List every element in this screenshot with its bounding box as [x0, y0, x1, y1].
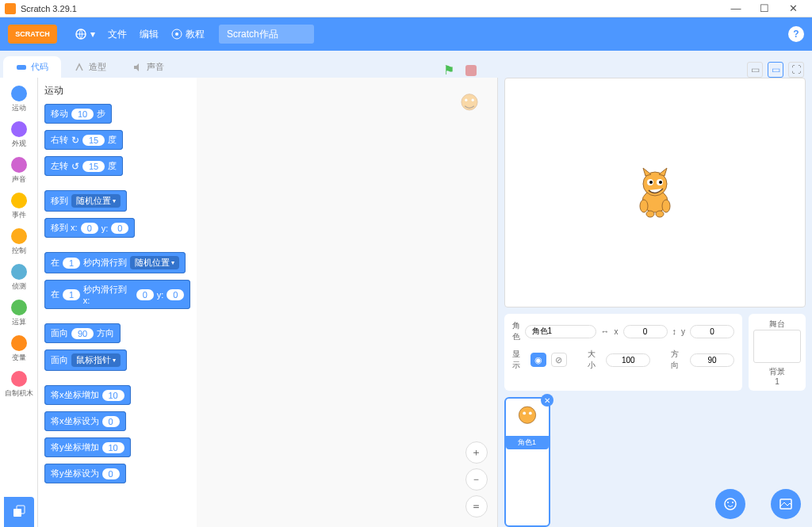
workspace-sprite-thumb	[453, 89, 486, 122]
svg-rect-4	[13, 509, 21, 517]
cat-control[interactable]: 控制	[0, 225, 37, 259]
app-icon	[5, 3, 16, 14]
stage-large-button[interactable]: ▭	[768, 62, 783, 78]
sprite-y-input[interactable]	[690, 325, 734, 338]
add-backdrop-button[interactable]	[771, 489, 801, 519]
main-area: 运动 外观 声音 事件 控制 侦测 运算 变量 自制积木 运动 移动10步 右转…	[0, 78, 812, 527]
block-palette: 运动 移动10步 右转↻15度 左转↺15度 移到随机位置 移到 x:0y:0 …	[38, 78, 197, 527]
block-point-to[interactable]: 面向鼠标指针	[44, 349, 127, 371]
svg-point-21	[528, 412, 531, 415]
cat-myblocks[interactable]: 自制积木	[0, 368, 37, 402]
svg-point-22	[725, 498, 736, 510]
block-set-x[interactable]: 将x坐标设为0	[44, 411, 126, 431]
sprite-list: ✕ 角色1	[498, 397, 813, 527]
svg-point-24	[732, 502, 733, 503]
sprite-info-panel: 角色 ↔x ↕y 显示 ◉ ⊘ 大小 方向	[504, 314, 743, 391]
block-change-x[interactable]: 将x坐标增加10	[44, 385, 131, 405]
tab-sounds[interactable]: 声音	[119, 56, 177, 78]
window-titlebar: Scratch 3.29.1 — ☐ ✕	[0, 0, 812, 17]
menu-bar: SCRATCH ▾ 文件 编辑 教程 ?	[0, 17, 812, 51]
svg-point-18	[656, 211, 664, 217]
block-set-y[interactable]: 将y坐标设为0	[44, 464, 126, 483]
stop-icon[interactable]	[465, 65, 477, 76]
tutorials-menu[interactable]: 教程	[171, 28, 205, 41]
delete-sprite-icon[interactable]: ✕	[541, 394, 553, 407]
language-menu[interactable]: ▾	[75, 28, 95, 40]
zoom-out-button[interactable]: －	[465, 468, 488, 491]
file-menu[interactable]: 文件	[108, 28, 127, 41]
cat-events[interactable]: 事件	[0, 189, 37, 223]
block-turn-left[interactable]: 左转↺15度	[44, 156, 123, 176]
svg-point-8	[471, 99, 473, 101]
block-goto[interactable]: 移到随机位置	[44, 190, 127, 212]
block-categories: 运动 外观 声音 事件 控制 侦测 运算 变量 自制积木	[0, 78, 38, 527]
scratch-logo[interactable]: SCRATCH	[8, 25, 57, 44]
block-turn-right[interactable]: 右转↻15度	[44, 130, 123, 150]
svg-point-15	[640, 200, 648, 212]
editor-tabs: 代码 造型 声音 ⚑ ▭ ▭ ⛶	[0, 51, 812, 78]
svg-point-20	[523, 412, 526, 415]
tab-costumes[interactable]: 造型	[61, 56, 119, 78]
cat-looks[interactable]: 外观	[0, 118, 37, 152]
svg-point-23	[727, 502, 729, 503]
svg-point-17	[646, 211, 654, 217]
minimize-button[interactable]: —	[722, 1, 750, 17]
close-button[interactable]: ✕	[779, 1, 807, 17]
cat-motion[interactable]: 运动	[0, 82, 37, 116]
edit-menu[interactable]: 编辑	[140, 28, 159, 41]
svg-point-12	[649, 181, 653, 184]
svg-point-14	[659, 181, 662, 184]
cat-sensing[interactable]: 侦测	[0, 261, 37, 295]
sprite-x-input[interactable]	[623, 325, 668, 338]
svg-point-7	[465, 99, 467, 101]
maximize-button[interactable]: ☐	[750, 1, 779, 17]
sprite-size-input[interactable]	[606, 353, 650, 367]
block-change-y[interactable]: 将y坐标增加10	[44, 437, 131, 457]
fullscreen-button[interactable]: ⛶	[788, 62, 804, 78]
hide-sprite-button[interactable]: ⊘	[551, 353, 567, 367]
block-glide[interactable]: 在1秒内滑行到随机位置	[44, 252, 186, 273]
svg-point-2	[175, 32, 178, 36]
extension-button[interactable]	[4, 497, 34, 527]
block-move[interactable]: 移动10步	[44, 104, 112, 124]
sprite-name-input[interactable]	[525, 325, 596, 338]
cat-sound[interactable]: 声音	[0, 154, 37, 188]
svg-point-16	[662, 200, 670, 212]
svg-point-19	[519, 407, 535, 423]
stage[interactable]	[504, 78, 806, 307]
show-sprite-button[interactable]: ◉	[530, 353, 546, 367]
block-point-dir[interactable]: 面向90方向	[44, 323, 121, 343]
cat-operators[interactable]: 运算	[0, 296, 37, 330]
cat-variables[interactable]: 变量	[0, 332, 37, 366]
script-workspace[interactable]: ＋ － ＝	[197, 78, 497, 527]
add-sprite-button[interactable]	[715, 489, 745, 519]
tutorials-label: 教程	[186, 28, 205, 41]
window-title: Scratch 3.29.1	[21, 4, 722, 13]
stage-selector[interactable]: 舞台 背景 1	[749, 314, 806, 391]
green-flag-icon[interactable]: ⚑	[443, 63, 454, 78]
sprite-cat-icon	[631, 166, 679, 219]
zoom-reset-button[interactable]: ＝	[465, 495, 488, 517]
sprite-direction-input[interactable]	[690, 353, 734, 367]
tab-code[interactable]: 代码	[3, 56, 61, 78]
svg-rect-3	[17, 65, 26, 70]
sprite-card[interactable]: ✕ 角色1	[504, 397, 550, 527]
project-name-input[interactable]	[219, 25, 314, 44]
stage-thumbnail	[753, 330, 801, 363]
block-glide-xy[interactable]: 在1秒内滑行到 x:0y:0	[44, 280, 190, 309]
stage-small-button[interactable]: ▭	[747, 62, 763, 78]
palette-heading: 运动	[44, 84, 190, 97]
block-goto-xy[interactable]: 移到 x:0y:0	[44, 218, 135, 238]
zoom-in-button[interactable]: ＋	[465, 441, 488, 464]
help-icon[interactable]: ?	[788, 26, 804, 42]
